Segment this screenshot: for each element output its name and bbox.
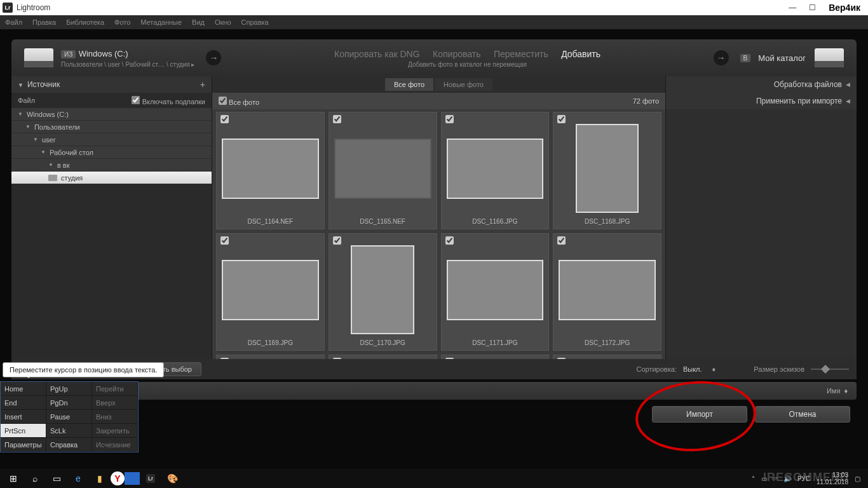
osk-key[interactable]: PgDn (46, 396, 92, 410)
thumbnail-cell[interactable]: DSC_1164.NEF (216, 112, 325, 229)
action-copy[interactable]: Копировать (433, 49, 480, 59)
osk-key[interactable]: Вверх (92, 396, 138, 410)
import-button[interactable]: Импорт (652, 406, 747, 423)
menu-library[interactable]: Библиотека (66, 18, 104, 26)
tree-user[interactable]: ▼user (11, 133, 212, 146)
search-icon[interactable]: ⌕ (24, 470, 46, 487)
osk-key[interactable]: Home (1, 382, 46, 396)
thumbnail-cell[interactable] (329, 355, 437, 359)
windows-taskbar[interactable]: ⊞ ⌕ ▭ e ▮ Y Lr 🎨 ˄ ▭ ⌔ 🔊 РУС 13:0311.01.… (0, 469, 868, 488)
osk-key[interactable]: Параметры (1, 438, 46, 452)
app-icon-1[interactable] (125, 472, 140, 485)
thumbnail-cell[interactable]: DSC_1170.JPG (329, 233, 437, 351)
osk-key[interactable]: Справка (46, 438, 92, 452)
thumb-size-slider[interactable] (811, 369, 849, 370)
window-controls[interactable]: —☐ (789, 3, 816, 12)
start-icon[interactable]: ⊞ (3, 470, 24, 487)
apply-import-header[interactable]: Применить при импорте◀ (666, 93, 857, 109)
thumb-checkbox[interactable] (445, 358, 454, 359)
folder-tree: ▼Windows (C:) ▼Пользователи ▼user ▼Рабоч… (11, 108, 212, 359)
include-subfolders-toggle[interactable]: Включать подпапки (132, 96, 205, 105)
thumb-checkbox[interactable] (445, 115, 454, 123)
source-drive[interactable]: Windows (C:) (79, 49, 128, 58)
sort-label: Сортировка: (636, 365, 676, 373)
thumbnail-cell[interactable] (216, 355, 325, 359)
paint-icon[interactable]: 🎨 (161, 470, 183, 487)
menu-window[interactable]: Окно (215, 18, 231, 26)
tree-desktop[interactable]: ▼Рабочий стол (11, 146, 212, 159)
thumb-checkbox[interactable] (333, 358, 341, 359)
menu-file[interactable]: Файл (5, 18, 22, 26)
add-source-icon[interactable]: + (200, 79, 205, 90)
menu-view[interactable]: Вид (192, 18, 205, 26)
system-tray[interactable]: ˄ ▭ ⌔ 🔊 РУС 13:0311.01.2018 ▢ (752, 471, 865, 485)
menu-metadata[interactable]: Метаданные (140, 18, 182, 26)
tree-vvk[interactable]: ▼в вк (11, 159, 212, 172)
thumb-checkbox[interactable] (220, 115, 229, 123)
thumb-checkbox[interactable] (220, 358, 229, 359)
thumbnail-cell[interactable]: DSC_1171.JPG (441, 233, 550, 351)
thumb-image (576, 124, 639, 213)
osk-key[interactable]: Исчезание (92, 438, 138, 452)
thumb-image (334, 139, 431, 199)
username-label: Вер4ик (829, 3, 860, 13)
osk-key[interactable]: Pause (46, 410, 92, 424)
dest-label[interactable]: Мой каталог (758, 53, 806, 63)
osk-key[interactable]: Insert (1, 410, 46, 424)
osk-key[interactable]: PgUp (46, 382, 92, 396)
thumb-image (559, 260, 656, 320)
arrow-right-icon-2[interactable]: → (714, 50, 729, 65)
thumb-checkbox[interactable] (557, 236, 566, 245)
osk-key[interactable]: Вниз (92, 410, 138, 424)
thumbnail-cell[interactable]: DSC_1172.JPG (553, 233, 661, 351)
tree-drive[interactable]: ▼Windows (C:) (11, 108, 212, 121)
right-panel: Обработка файлов◀ Применить при импорте◀ (666, 76, 857, 359)
tab-all-photos[interactable]: Все фото (385, 78, 433, 91)
source-path[interactable]: Пользователи \ user \ Рабочий ст… \ студ… (61, 61, 194, 68)
wifi-icon: ⌔ (773, 475, 777, 482)
file-label: Файл (18, 97, 35, 104)
edge-icon[interactable]: e (67, 470, 89, 487)
menu-edit[interactable]: Правка (32, 18, 56, 26)
lightroom-task-icon[interactable]: Lr (140, 470, 161, 487)
tree-users[interactable]: ▼Пользователи (11, 121, 212, 133)
osk-key[interactable]: Закрепить (92, 424, 138, 438)
thumbnail-cell[interactable]: DSC_1166.JPG (441, 112, 550, 229)
action-copy-dng[interactable]: Копировать как DNG (334, 49, 420, 59)
file-handling-header[interactable]: Обработка файлов◀ (666, 76, 857, 93)
menu-help[interactable]: Справка (241, 18, 269, 26)
arrow-right-icon[interactable]: → (206, 50, 221, 65)
thumb-checkbox[interactable] (220, 236, 229, 245)
action-move[interactable]: Переместить (494, 49, 548, 59)
thumb-checkbox[interactable] (557, 358, 566, 359)
thumb-checkbox[interactable] (445, 236, 454, 245)
osk-key[interactable]: ScLk (46, 424, 92, 438)
thumbnail-cell[interactable] (441, 355, 550, 359)
taskview-icon[interactable]: ▭ (46, 470, 67, 487)
action-add[interactable]: Добавить (561, 49, 600, 59)
app-logo: Lr (3, 3, 13, 13)
menu-photo[interactable]: Фото (114, 18, 130, 26)
volume-icon: 🔊 (783, 475, 791, 482)
thumbnail-cell[interactable]: DSC_1168.JPG (553, 112, 661, 229)
cancel-button[interactable]: Отмена (755, 406, 850, 423)
osk-key[interactable]: End (1, 396, 46, 410)
source-panel-header[interactable]: ▼Источник + (11, 76, 212, 93)
thumbnail-cell[interactable]: DSC_1165.NEF (329, 112, 437, 229)
thumb-checkbox[interactable] (333, 236, 341, 245)
thumbnail-cell[interactable]: DSC_1169.JPG (216, 233, 325, 351)
thumb-checkbox[interactable] (557, 115, 566, 123)
photo-count: 72 фото (633, 97, 659, 105)
thumb-filename: DSC_1168.JPG (553, 215, 661, 229)
select-all-check[interactable]: Все фото (219, 97, 259, 106)
explorer-icon[interactable]: ▮ (89, 470, 111, 487)
osk-key[interactable]: Перейти (92, 382, 138, 396)
tab-new-photos[interactable]: Новые фото (435, 78, 492, 91)
osk-key[interactable]: PrtScn (1, 424, 46, 438)
yandex-icon[interactable]: Y (111, 471, 125, 485)
tree-studio[interactable]: студия (11, 172, 212, 184)
on-screen-keyboard[interactable]: HomePgUpПерейтиEndPgDnВверхInsertPauseВн… (0, 381, 139, 452)
thumb-checkbox[interactable] (333, 115, 341, 123)
sort-value[interactable]: Выкл. (683, 365, 702, 373)
thumbnail-cell[interactable] (553, 355, 661, 359)
